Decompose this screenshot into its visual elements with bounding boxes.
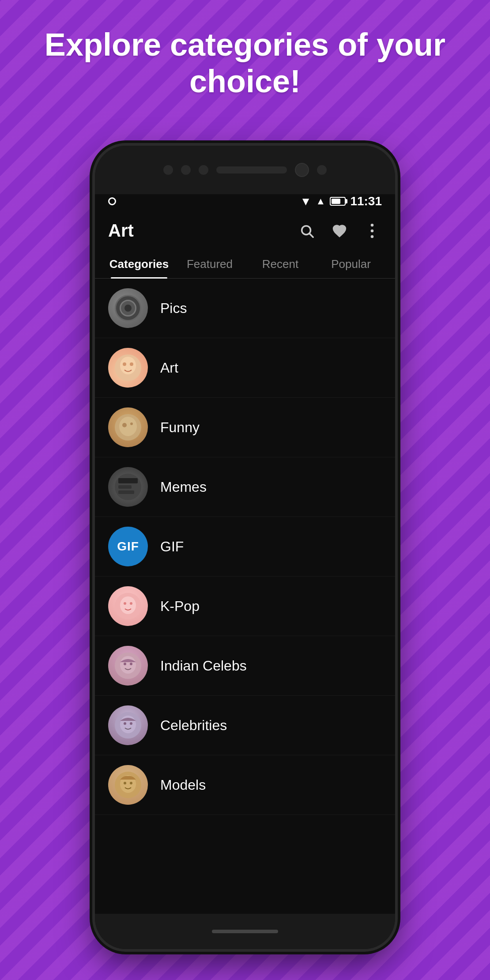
tab-featured[interactable]: Featured	[174, 249, 245, 278]
search-button[interactable]	[297, 221, 317, 241]
category-name-pics: Pics	[160, 300, 187, 317]
list-item[interactable]: Models	[95, 755, 395, 815]
svg-rect-16	[118, 490, 134, 494]
category-name-gif: GIF	[160, 539, 184, 555]
svg-point-4	[371, 235, 374, 238]
category-avatar-models	[108, 765, 148, 805]
category-avatar-kpop	[108, 586, 148, 626]
tab-categories[interactable]: Categories	[104, 249, 174, 278]
category-avatar-pics	[108, 288, 148, 328]
list-item[interactable]: K-Pop	[95, 577, 395, 636]
tab-bar: Categories Featured Recent Popular	[95, 249, 395, 279]
list-item[interactable]: Memes	[95, 457, 395, 517]
favorite-button[interactable]	[330, 221, 349, 241]
svg-point-28	[130, 722, 132, 725]
sensor-dot4	[317, 165, 327, 175]
sensor-dot3	[199, 165, 208, 175]
list-item[interactable]: Indian Celebs	[95, 636, 395, 696]
front-camera	[295, 163, 309, 177]
svg-point-24	[130, 663, 132, 665]
svg-line-1	[309, 234, 313, 237]
category-list: Pics Art	[95, 279, 395, 914]
speaker-bar	[216, 166, 287, 173]
svg-rect-15	[118, 485, 132, 489]
svg-point-27	[124, 722, 126, 725]
list-item[interactable]: Celebrities	[95, 696, 395, 755]
top-bezel	[95, 146, 395, 194]
category-name-indian-celebs: Indian Celebs	[160, 658, 247, 674]
svg-point-19	[124, 602, 126, 605]
category-avatar-memes	[108, 467, 148, 507]
svg-point-11	[122, 423, 127, 427]
gif-label: GIF	[117, 539, 139, 554]
category-name-memes: Memes	[160, 479, 207, 495]
list-item[interactable]: GIF GIF	[95, 517, 395, 577]
svg-point-18	[120, 596, 136, 614]
category-avatar-celebrities	[108, 705, 148, 745]
signal-icon: ▲	[316, 196, 326, 207]
bottom-bezel	[95, 914, 395, 949]
svg-point-7	[123, 362, 126, 366]
svg-point-3	[371, 229, 374, 232]
svg-point-2	[371, 223, 374, 226]
list-item[interactable]: Art	[95, 338, 395, 398]
app-title: Art	[108, 221, 134, 241]
home-indicator	[212, 930, 278, 933]
wifi-icon: ▼	[300, 195, 312, 208]
svg-point-32	[130, 782, 132, 784]
tab-recent[interactable]: Recent	[245, 249, 316, 278]
sensor-dot	[163, 165, 173, 175]
list-item[interactable]: Funny	[95, 398, 395, 457]
category-avatar-funny	[108, 407, 148, 447]
hero-title: Explore categories of your choice!	[0, 26, 490, 100]
more-options-button[interactable]	[362, 221, 382, 241]
category-name-art: Art	[160, 360, 178, 376]
app-bar: Art	[95, 213, 395, 249]
sensor-dot2	[181, 165, 191, 175]
svg-point-20	[130, 602, 132, 605]
battery-icon	[330, 197, 346, 206]
status-indicator	[108, 197, 116, 205]
svg-point-31	[124, 782, 126, 784]
category-avatar-gif: GIF	[108, 527, 148, 566]
svg-point-10	[119, 417, 137, 436]
svg-point-22	[120, 656, 136, 674]
svg-rect-14	[118, 478, 138, 483]
phone-frame: ▼ ▲ 11:31 Art	[95, 146, 395, 949]
svg-point-8	[130, 362, 133, 366]
category-name-celebrities: Celebrities	[160, 717, 227, 734]
svg-point-23	[124, 663, 126, 665]
phone-screen: ▼ ▲ 11:31 Art	[95, 190, 395, 914]
category-avatar-indian-celebs	[108, 646, 148, 686]
svg-point-12	[130, 422, 133, 425]
category-avatar-art	[108, 348, 148, 388]
category-name-kpop: K-Pop	[160, 598, 200, 614]
clock: 11:31	[350, 194, 382, 208]
list-item[interactable]: Pics	[95, 279, 395, 338]
category-name-funny: Funny	[160, 419, 200, 436]
category-name-models: Models	[160, 777, 206, 793]
tab-popular[interactable]: Popular	[316, 249, 386, 278]
app-actions	[297, 221, 382, 241]
